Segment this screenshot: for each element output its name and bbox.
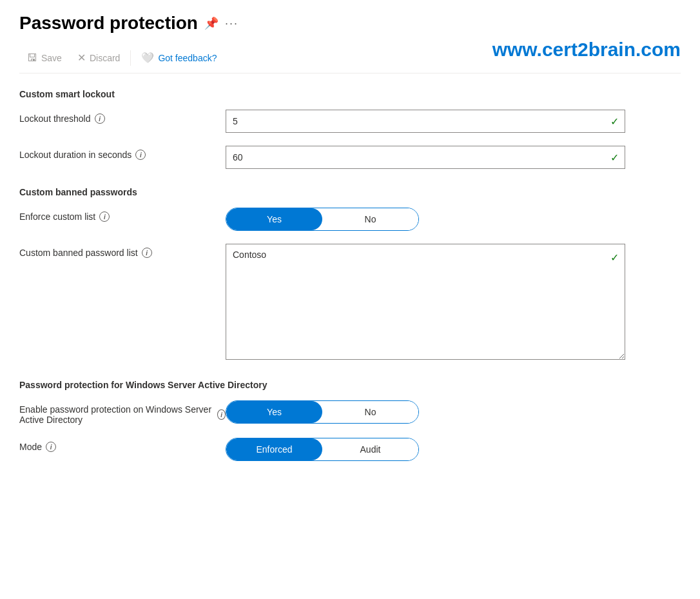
- page-title: Password protection: [19, 13, 198, 34]
- lockout-duration-row: Lockout duration in seconds i ✓: [19, 146, 681, 169]
- mode-toggle: Enforced Audit: [226, 438, 419, 461]
- lockout-threshold-info-icon[interactable]: i: [95, 113, 105, 124]
- enforce-custom-list-yes-option[interactable]: Yes: [226, 208, 322, 230]
- enable-protection-row: Enable password protection on Windows Se…: [19, 400, 681, 425]
- enable-protection-toggle: Yes No: [226, 400, 419, 424]
- lockout-threshold-check-icon: ✓: [610, 115, 619, 128]
- lockout-duration-check-icon: ✓: [610, 152, 619, 164]
- mode-enforced-option[interactable]: Enforced: [226, 438, 322, 460]
- enforce-custom-list-row: Enforce custom list i Yes No: [19, 208, 681, 231]
- lockout-threshold-control: ✓: [226, 110, 625, 133]
- lockout-duration-input-wrapper: ✓: [226, 146, 625, 169]
- enable-protection-no-option[interactable]: No: [322, 401, 418, 423]
- feedback-button[interactable]: 🤍 Got feedback?: [133, 48, 224, 68]
- save-button[interactable]: 🖫 Save: [19, 48, 70, 68]
- save-label: Save: [41, 53, 62, 63]
- enforce-custom-list-label: Enforce custom list i: [19, 208, 226, 222]
- lockout-threshold-input-wrapper: ✓: [226, 110, 625, 133]
- lockout-threshold-input[interactable]: [226, 110, 625, 133]
- banned-passwords-header: Custom banned passwords: [19, 187, 681, 197]
- custom-banned-list-check-icon: ✓: [610, 251, 619, 264]
- lockout-duration-control: ✓: [226, 146, 625, 169]
- enable-protection-control: Yes No: [226, 400, 625, 424]
- windows-ad-header: Password protection for Windows Server A…: [19, 380, 681, 390]
- watermark: www.cert2brain.com: [492, 39, 681, 61]
- discard-icon: ✕: [77, 52, 86, 64]
- custom-banned-list-textarea-wrapper: Contoso ✓: [226, 244, 625, 362]
- feedback-icon: 🤍: [141, 52, 154, 64]
- lockout-threshold-row: Lockout threshold i ✓: [19, 110, 681, 133]
- pin-icon[interactable]: 📌: [204, 16, 219, 30]
- enable-protection-yes-option[interactable]: Yes: [226, 401, 322, 423]
- lockout-threshold-label: Lockout threshold i: [19, 110, 226, 124]
- mode-audit-option[interactable]: Audit: [322, 438, 418, 460]
- enable-protection-info-icon[interactable]: i: [217, 409, 226, 420]
- enable-protection-label: Enable password protection on Windows Se…: [19, 400, 226, 425]
- save-icon: 🖫: [27, 52, 37, 64]
- enable-protection-label-text: Enable password protection on Windows Se…: [19, 404, 213, 425]
- mode-row: Mode i Enforced Audit: [19, 438, 681, 461]
- enforce-custom-list-info-icon[interactable]: i: [99, 211, 110, 222]
- mode-label: Mode i: [19, 438, 226, 452]
- custom-banned-list-control: Contoso ✓: [226, 244, 625, 362]
- feedback-label: Got feedback?: [158, 53, 217, 63]
- content-area: Custom smart lockout Lockout threshold i…: [19, 89, 681, 461]
- toolbar-divider: [130, 50, 131, 66]
- discard-button[interactable]: ✕ Discard: [70, 48, 128, 68]
- custom-banned-list-info-icon[interactable]: i: [142, 248, 152, 258]
- smart-lockout-header: Custom smart lockout: [19, 89, 681, 99]
- custom-banned-list-row: Custom banned password list i Contoso ✓: [19, 244, 681, 362]
- discard-label: Discard: [90, 53, 120, 63]
- more-options-icon[interactable]: ···: [225, 17, 238, 30]
- lockout-duration-input[interactable]: [226, 146, 625, 169]
- custom-banned-list-textarea[interactable]: Contoso: [226, 244, 625, 360]
- enforce-custom-list-toggle: Yes No: [226, 208, 419, 231]
- lockout-duration-label: Lockout duration in seconds i: [19, 146, 226, 160]
- custom-banned-list-label: Custom banned password list i: [19, 244, 226, 258]
- enforce-custom-list-control: Yes No: [226, 208, 625, 231]
- enforce-custom-list-no-option[interactable]: No: [322, 208, 418, 230]
- mode-control: Enforced Audit: [226, 438, 625, 461]
- toolbar: 🖫 Save ✕ Discard 🤍 Got feedback? www.cer…: [19, 43, 681, 74]
- lockout-duration-info-icon[interactable]: i: [135, 150, 146, 160]
- mode-info-icon[interactable]: i: [46, 442, 56, 452]
